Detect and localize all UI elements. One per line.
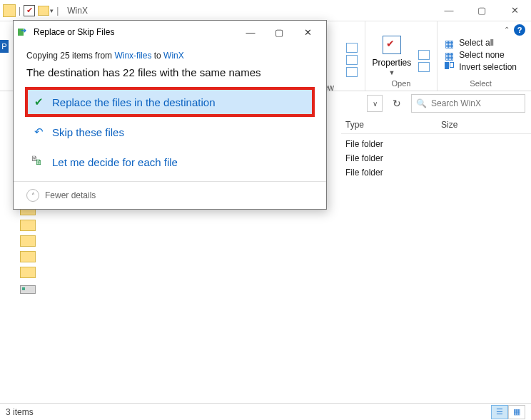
- status-text: 3 items: [6, 407, 34, 417]
- dest-link[interactable]: WinX: [163, 51, 184, 61]
- dialog-minimize-button[interactable]: —: [236, 21, 265, 43]
- dialog-close-button[interactable]: ✕: [293, 21, 322, 43]
- decide-each-option[interactable]: Let me decide for each file: [26, 148, 313, 175]
- status-bar: 3 items ☰ ▦: [0, 403, 531, 420]
- stub-icon[interactable]: [346, 43, 358, 53]
- replace-files-option[interactable]: ✔ Replace the files in the destination: [26, 88, 313, 116]
- properties-button[interactable]: Properties ▼: [373, 34, 412, 76]
- copy-icon: [18, 27, 29, 37]
- separator: |: [56, 6, 59, 16]
- compare-files-icon: [32, 155, 45, 168]
- option-label: Skip these files: [52, 126, 124, 138]
- ribbon-collapse-icon[interactable]: ⌃: [504, 26, 510, 34]
- help-icon[interactable]: ?: [514, 24, 525, 36]
- file-list: Type Size File folder File folder File f…: [341, 116, 531, 394]
- ribbon-group-label: Open: [391, 78, 410, 89]
- invert-selection-button[interactable]: Invert selection: [445, 62, 517, 72]
- search-input[interactable]: Search WinX: [411, 94, 525, 113]
- folder-icon[interactable]: [20, 235, 36, 247]
- list-item[interactable]: File folder: [341, 165, 531, 180]
- folder-icon[interactable]: [20, 251, 36, 262]
- details-view-button[interactable]: ☰: [491, 405, 508, 419]
- ribbon-group-open: Properties ▼ Open: [365, 21, 438, 91]
- undo-icon: ↶: [32, 126, 45, 138]
- ribbon-group-stub: .: [339, 21, 365, 91]
- fewer-details-button[interactable]: Fewer details: [45, 190, 96, 200]
- source-link[interactable]: Winx-files: [114, 51, 151, 61]
- stub-icon[interactable]: [346, 55, 358, 65]
- dialog-title-bar: Replace or Skip Files — ▢ ✕: [14, 21, 326, 43]
- window-title: WinX: [67, 6, 88, 16]
- history-button[interactable]: [418, 62, 430, 72]
- check-icon: ✔: [32, 96, 45, 108]
- list-item[interactable]: File folder: [341, 151, 531, 165]
- folder-icon[interactable]: [20, 267, 36, 278]
- ribbon-group-label: Select: [470, 78, 492, 89]
- option-label: Let me decide for each file: [52, 156, 178, 168]
- close-button[interactable]: ✕: [498, 0, 531, 21]
- qat-dropdown-icon[interactable]: ▾: [50, 7, 54, 14]
- column-size[interactable]: Size: [441, 120, 512, 130]
- dialog-subtext: Copying 25 items from Winx-files to WinX: [26, 51, 313, 61]
- address-history-dropdown[interactable]: ∨: [367, 95, 383, 112]
- dialog-footer: ˄ Fewer details: [14, 181, 326, 209]
- new-folder-qat-icon[interactable]: [38, 6, 49, 16]
- skip-files-option[interactable]: ↶ Skip these files: [26, 118, 313, 145]
- stub-icon[interactable]: [346, 67, 358, 77]
- minimize-button[interactable]: —: [433, 0, 465, 21]
- folder-icon[interactable]: [20, 220, 36, 231]
- chevron-up-icon[interactable]: ˄: [26, 189, 39, 202]
- title-bar: | ✔ ▾ | WinX — ▢ ✕: [0, 0, 531, 21]
- quick-access-toolbar: | ✔ ▾ |: [0, 4, 61, 17]
- option-label: Replace the files in the destination: [52, 96, 215, 108]
- search-placeholder: Search WinX: [431, 98, 481, 108]
- drive-icon[interactable]: [20, 285, 36, 294]
- list-item[interactable]: File folder: [341, 137, 531, 151]
- column-type[interactable]: Type: [341, 120, 441, 130]
- icons-view-button[interactable]: ▦: [508, 405, 525, 419]
- properties-qat-icon[interactable]: ✔: [24, 5, 35, 16]
- refresh-button[interactable]: ↻: [387, 95, 407, 112]
- select-none-button[interactable]: Select none: [445, 50, 517, 60]
- folder-icon: [3, 4, 16, 17]
- properties-label: Properties: [373, 58, 412, 68]
- edit-button[interactable]: [418, 50, 430, 60]
- column-headers[interactable]: Type Size: [341, 116, 531, 134]
- dialog-maximize-button[interactable]: ▢: [265, 21, 293, 43]
- dialog-title: Replace or Skip Files: [34, 27, 114, 37]
- dialog-heading: The destination has 22 files with the sa…: [26, 66, 313, 78]
- dropdown-icon[interactable]: ▼: [388, 69, 395, 76]
- replace-or-skip-dialog: Replace or Skip Files — ▢ ✕ Copying 25 i…: [13, 20, 327, 210]
- ribbon-group-select: Select all Select none Invert selection …: [438, 21, 524, 91]
- file-tab-sliver[interactable]: P: [0, 40, 9, 53]
- search-icon: [416, 98, 427, 108]
- maximize-button[interactable]: ▢: [465, 0, 498, 21]
- properties-icon: [380, 34, 403, 56]
- open-button[interactable]: [418, 38, 430, 48]
- separator: |: [19, 6, 21, 16]
- select-all-button[interactable]: Select all: [445, 38, 517, 48]
